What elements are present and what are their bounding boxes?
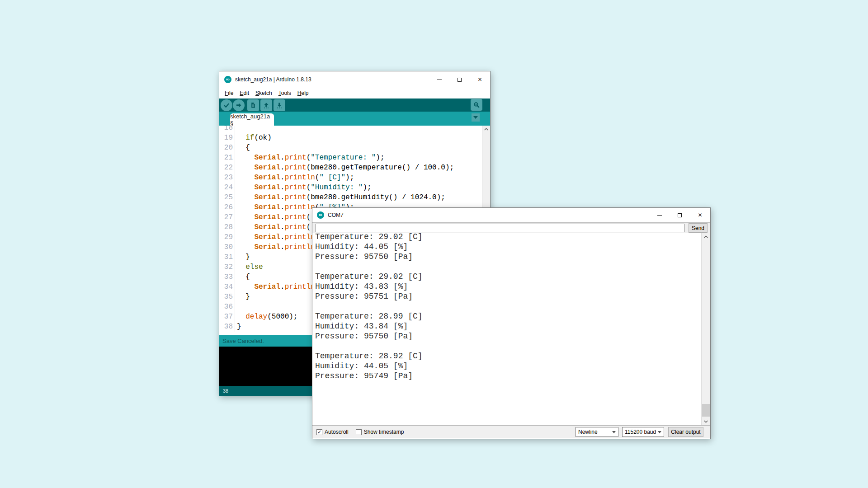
serial-output-line — [315, 262, 423, 272]
code-line-21: 21 Serial.print("Temperature: "); — [219, 153, 482, 163]
line-number: 27 — [219, 212, 235, 222]
close-button[interactable]: ✕ — [690, 208, 710, 222]
baud-rate-dropdown[interactable]: 115200 baud — [622, 427, 664, 437]
minimize-icon — [437, 80, 442, 80]
verify-button[interactable] — [221, 99, 232, 111]
menu-file[interactable]: File — [222, 89, 236, 98]
line-ending-value: Newline — [578, 429, 598, 435]
scroll-down-button[interactable] — [702, 418, 710, 425]
menu-tools[interactable]: Tools — [275, 89, 294, 98]
code-text: } — [235, 252, 250, 262]
code-text: } — [235, 292, 250, 302]
chevron-down-icon — [704, 420, 708, 423]
line-number: 22 — [219, 163, 235, 173]
show-timestamp-checkbox[interactable] — [356, 429, 362, 435]
autoscroll-label: Autoscroll — [325, 429, 349, 435]
serial-input-row: Send — [312, 223, 710, 233]
close-icon: ✕ — [477, 77, 482, 82]
open-button[interactable] — [260, 99, 272, 111]
menu-bar: FileEditSketchToolsHelp — [219, 88, 490, 99]
code-text: delay(5000); — [235, 312, 297, 322]
code-text — [235, 302, 237, 312]
code-text: Serial.println — [235, 242, 315, 252]
ide-toolbar — [219, 99, 490, 112]
serial-output-line: Pressure: 95750 [Pa] — [315, 252, 423, 262]
scrollbar-thumb[interactable] — [702, 404, 710, 417]
minimize-button[interactable] — [429, 71, 449, 88]
chevron-down-icon — [658, 431, 661, 433]
save-button[interactable] — [274, 99, 285, 111]
serial-scrollbar[interactable] — [701, 233, 710, 425]
line-number: 30 — [219, 242, 235, 252]
serial-titlebar[interactable]: ∞ COM7 ✕ — [312, 208, 710, 223]
code-text: Serial.println — [235, 282, 315, 292]
code-text: if(ok) — [235, 133, 272, 143]
tab-label: sketch_aug21a § — [230, 113, 274, 127]
code-line-18: 18 — [219, 126, 482, 133]
minimize-button[interactable] — [649, 208, 670, 222]
maximize-icon — [458, 78, 462, 82]
code-text: Serial.print(bme280.getTemperature() / 1… — [235, 163, 454, 173]
send-button-label: Send — [692, 225, 704, 231]
line-number: 21 — [219, 153, 235, 163]
code-text: Serial.println(" [C]"); — [235, 173, 354, 183]
new-sketch-icon — [250, 102, 257, 109]
line-number: 37 — [219, 312, 235, 322]
new-sketch-button[interactable] — [247, 99, 259, 111]
tab-strip: sketch_aug21a § — [219, 112, 490, 126]
code-text: } — [235, 322, 241, 332]
line-number: 25 — [219, 192, 235, 202]
serial-output-line: Humidity: 43.84 [%] — [315, 321, 423, 331]
line-number: 35 — [219, 292, 235, 302]
serial-input[interactable] — [316, 224, 684, 232]
arduino-logo-icon: ∞ — [317, 211, 324, 219]
baud-rate-value: 115200 baud — [625, 429, 656, 435]
code-text: Serial.println — [235, 232, 315, 242]
line-number: 31 — [219, 252, 235, 262]
serial-monitor-window: ∞ COM7 ✕ Send Temperature: 29.02 [C]Humi… — [312, 207, 711, 439]
maximize-icon — [678, 213, 682, 217]
code-text — [235, 126, 237, 133]
maximize-button[interactable] — [449, 71, 470, 88]
line-ending-dropdown[interactable]: Newline — [576, 427, 618, 437]
serial-monitor-icon — [473, 101, 480, 108]
scroll-up-button[interactable] — [482, 126, 490, 133]
serial-output-line: Pressure: 95749 [Pa] — [315, 371, 423, 381]
code-line-25: 25 Serial.print(bme280.getHumidity() / 1… — [219, 192, 482, 202]
serial-output-area: Temperature: 29.02 [C]Humidity: 44.05 [%… — [312, 233, 710, 425]
code-line-24: 24 Serial.print("Humidity: "); — [219, 183, 482, 192]
code-line-23: 23 Serial.println(" [C]"); — [219, 173, 482, 183]
line-number: 23 — [219, 173, 235, 183]
line-number: 19 — [219, 133, 235, 143]
scroll-up-button[interactable] — [702, 233, 710, 240]
upload-button[interactable] — [233, 99, 245, 111]
send-button[interactable]: Send — [689, 223, 708, 233]
serial-output-line: Temperature: 29.02 [C] — [315, 272, 423, 282]
chevron-up-icon — [704, 235, 708, 238]
clear-output-button[interactable]: Clear output — [668, 427, 703, 437]
status-message: Save Canceled. — [222, 338, 264, 344]
line-number: 38 — [219, 322, 235, 332]
open-icon — [263, 102, 270, 109]
serial-output-line — [315, 301, 423, 311]
tab-sketch[interactable]: sketch_aug21a § — [230, 113, 274, 126]
line-number: 34 — [219, 282, 235, 292]
maximize-button[interactable] — [670, 208, 690, 222]
serial-output-line: Pressure: 95750 [Pa] — [315, 331, 423, 341]
serial-output-line: Pressure: 95751 [Pa] — [315, 291, 423, 301]
tab-list-button[interactable] — [472, 113, 480, 122]
close-button[interactable]: ✕ — [470, 71, 490, 88]
autoscroll-checkbox[interactable]: ✓ — [316, 429, 322, 435]
menu-edit[interactable]: Edit — [236, 89, 252, 98]
serial-output-line: Humidity: 44.05 [%] — [315, 242, 423, 252]
serial-monitor-button[interactable] — [471, 99, 482, 111]
ide-titlebar[interactable]: ∞ sketch_aug21a | Arduino 1.8.13 ✕ — [219, 71, 490, 88]
minimize-icon — [657, 215, 662, 216]
menu-help[interactable]: Help — [294, 89, 312, 98]
line-number: 24 — [219, 183, 235, 192]
code-text: Serial.print("Humidity: "); — [235, 183, 372, 192]
menu-sketch[interactable]: Sketch — [252, 89, 275, 98]
code-text: else — [235, 262, 263, 272]
serial-output-line: Humidity: 43.83 [%] — [315, 282, 423, 291]
serial-output-lines: Temperature: 29.02 [C]Humidity: 44.05 [%… — [315, 233, 423, 381]
